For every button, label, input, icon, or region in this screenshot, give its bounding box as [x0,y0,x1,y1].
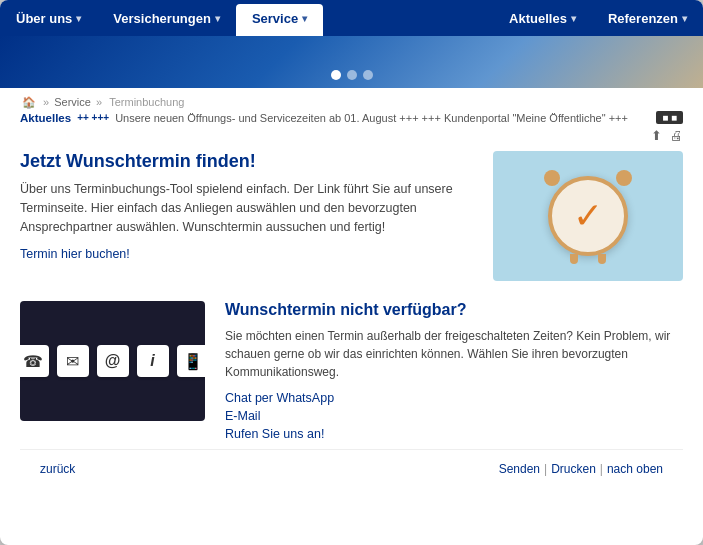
at-icon-block: @ [97,345,129,377]
breadcrumb: 🏠 » Service » Terminbuchung [20,96,683,109]
contact-image: ☎ ✉ @ i 📱 [20,301,205,421]
at-icon: @ [105,352,121,370]
envelope-icon-block: ✉ [57,345,89,377]
top-text: Jetzt Wunschtermin finden! Über uns Term… [20,151,473,281]
clock-body: ✓ [548,176,628,256]
hero-dots [331,70,373,80]
chevron-icon: ▾ [215,13,220,24]
top-heading: Jetzt Wunschtermin finden! [20,151,473,172]
nav-label: Aktuelles [509,11,567,26]
footer-sep1: | [544,462,547,476]
breadcrumb-sep: » [43,96,52,108]
chevron-icon: ▾ [76,13,81,24]
ticker-label: Aktuelles [20,112,71,124]
phone-icon: ☎ [23,352,43,371]
hero-banner [0,36,703,88]
nav-label: Versicherungen [113,11,211,26]
bottom-heading: Wunschtermin nicht verfügbar? [225,301,683,319]
main-content: 🏠 » Service » Terminbuchung Aktuelles ++… [0,88,703,504]
bottom-body: Sie möchten einen Termin außerhalb der f… [225,327,683,381]
page-footer: zurück Senden | Drucken | nach oben [20,449,683,488]
nav-label: Referenzen [608,11,678,26]
hero-dot-1[interactable] [331,70,341,80]
ticker-dots1: ++ +++ [77,112,109,123]
chevron-icon: ▾ [302,13,307,24]
footer-sep2: | [600,462,603,476]
breadcrumb-sep2: » [96,96,105,108]
nav-item-ueber-uns[interactable]: Über uns ▾ [0,0,97,36]
top-section: Jetzt Wunschtermin finden! Über uns Term… [20,151,683,281]
print-link[interactable]: Drucken [551,462,596,476]
nav-item-referenzen[interactable]: Referenzen ▾ [592,0,703,36]
nav-item-service[interactable]: Service ▾ [236,4,323,36]
ticker-control[interactable]: ■ ■ [656,111,683,124]
bottom-section: ☎ ✉ @ i 📱 Wunschtermi [20,301,683,441]
contact-links: Chat per WhatsApp E-Mail Rufen Sie uns a… [225,391,683,441]
nav-label: Über uns [16,11,72,26]
info-icon-block: i [137,345,169,377]
breadcrumb-current: Terminbuchung [109,96,184,108]
booking-link[interactable]: Termin hier buchen! [20,247,130,261]
news-ticker: Aktuelles ++ +++ Unsere neuen Öffnungs- … [20,111,683,124]
clock-leg-right [598,254,606,264]
whatsapp-link[interactable]: Chat per WhatsApp [225,391,683,405]
chevron-icon: ▾ [571,13,576,24]
hero-dot-2[interactable] [347,70,357,80]
mobile-icon: 📱 [183,352,203,371]
nav-item-versicherungen[interactable]: Versicherungen ▾ [97,0,236,36]
chevron-icon: ▾ [682,13,687,24]
nav-label: Service [252,11,298,26]
phone-icon-block: ☎ [20,345,49,377]
bottom-text: Wunschtermin nicht verfügbar? Sie möchte… [225,301,683,441]
page-frame: Über uns ▾ Versicherungen ▾ Service ▾ Ak… [0,0,703,545]
hero-dot-3[interactable] [363,70,373,80]
top-link[interactable]: nach oben [607,462,663,476]
print-icon[interactable]: 🖨 [670,128,683,143]
clock-leg-left [570,254,578,264]
ticker-text1: Unsere neuen Öffnungs- und Servicezeiten… [115,112,650,124]
nav-item-aktuelles[interactable]: Aktuelles ▾ [493,0,592,36]
contact-icons-row: ☎ ✉ @ i 📱 [20,345,205,377]
clock-bell-left [544,170,560,186]
breadcrumb-service-link[interactable]: Service [54,96,91,108]
clock-image: ✓ [493,151,683,281]
send-link[interactable]: Senden [499,462,540,476]
clock-legs [570,254,606,264]
email-link[interactable]: E-Mail [225,409,683,423]
footer-right: Senden | Drucken | nach oben [499,462,663,476]
mobile-icon-block: 📱 [177,345,206,377]
phone-link[interactable]: Rufen Sie uns an! [225,427,683,441]
share-icon[interactable]: ⬆ [651,128,662,143]
clock-bell-right [616,170,632,186]
breadcrumb-home-icon: 🏠 [22,96,36,108]
info-icon: i [150,352,154,370]
nav-bar: Über uns ▾ Versicherungen ▾ Service ▾ Ak… [0,0,703,36]
top-body: Über uns Terminbuchungs-Tool spielend ei… [20,180,473,236]
action-icons: ⬆ 🖨 [20,128,683,143]
clock-check-icon: ✓ [573,198,603,234]
envelope-icon: ✉ [66,352,79,371]
back-link[interactable]: zurück [40,462,75,476]
